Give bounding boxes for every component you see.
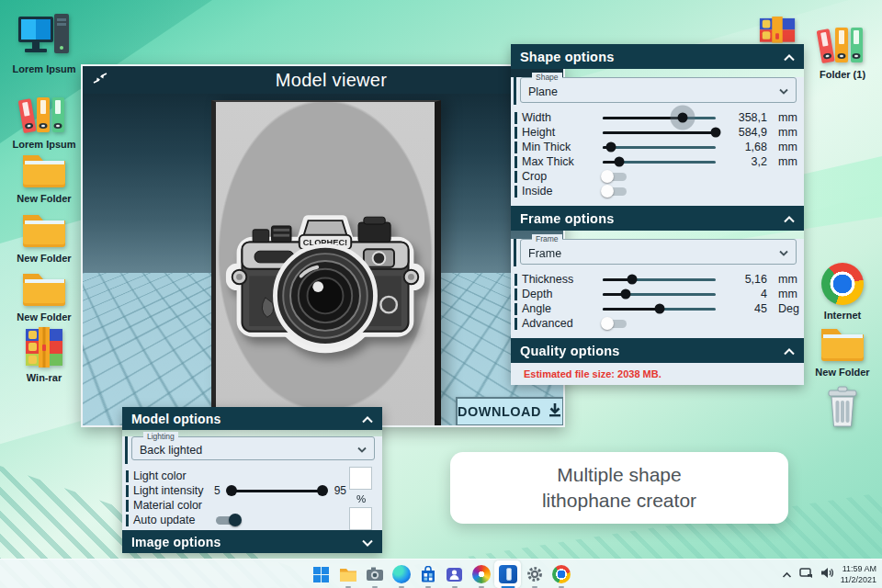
tray-chevron-up-icon[interactable] xyxy=(782,566,792,582)
taskbar-photos-app[interactable] xyxy=(468,560,494,588)
slider-row-depth: Depth 4mm xyxy=(511,287,804,301)
taskbar-chrome[interactable] xyxy=(548,560,574,588)
clock-time: 11:59 AM xyxy=(841,563,876,574)
binders-icon xyxy=(816,22,869,68)
desktop-icon-label: New Folder xyxy=(8,311,80,323)
caption-card: Multiple shape lithophane creator xyxy=(450,452,788,524)
frame-options-header[interactable]: Frame options xyxy=(511,206,804,231)
camera-lithophane-image: CLOPHEC! xyxy=(220,190,431,364)
advanced-toggle[interactable] xyxy=(603,320,627,328)
download-button[interactable]: DOWNLOAD xyxy=(456,397,563,425)
chevron-up-icon xyxy=(784,344,795,358)
chevron-down-icon xyxy=(362,535,373,549)
chevron-down-icon xyxy=(357,440,367,457)
width-slider[interactable] xyxy=(603,117,716,119)
clock-date: 11/2/2021 xyxy=(841,574,876,585)
taskbar-file-explorer[interactable] xyxy=(334,560,361,588)
chrome-icon xyxy=(821,263,864,305)
light-color-row: Light color xyxy=(122,469,382,483)
desktop-icon-new-folder-2[interactable]: New Folder xyxy=(8,209,80,265)
caption-line-2: lithophane creator xyxy=(542,488,696,514)
desktop-icon-label: Lorem Ipsum xyxy=(8,139,80,151)
desktop-icon-winrar[interactable]: Win-rar xyxy=(8,327,80,384)
desktop-icon-label: Lorem Ipsum xyxy=(8,63,80,75)
taskbar-edge-browser[interactable] xyxy=(388,560,414,588)
folder-icon xyxy=(20,209,68,252)
desktop-icon-internet[interactable]: Internet xyxy=(807,263,878,322)
slider-row-max-thick: Max Thick 3,2mm xyxy=(511,154,804,169)
taskbar: 11:59 AM 11/2/2021 xyxy=(0,559,882,588)
chevron-down-icon xyxy=(779,82,788,98)
taskbar-microsoft-store[interactable] xyxy=(414,560,441,588)
frame-select[interactable]: Frame Frame xyxy=(520,239,797,265)
viewer-title: Model viewer xyxy=(108,70,554,91)
slider-row-min-thick: Min Thick 1,68mm xyxy=(511,140,804,154)
desktop-icon-label: New Folder xyxy=(8,253,80,265)
lithophane-plane: CLOPHEC! xyxy=(211,100,441,425)
estimated-file-size: Estimated file size: 2038 MB. xyxy=(511,363,804,379)
quality-options-panel: Estimated file size: 2038 MB. xyxy=(511,363,804,385)
taskbar-lithophane-app-active[interactable] xyxy=(494,560,521,588)
tray-volume-icon[interactable] xyxy=(820,566,833,582)
chevron-up-icon xyxy=(362,412,373,426)
light-intensity-slider[interactable] xyxy=(228,490,327,492)
taskbar-camera-app[interactable] xyxy=(361,560,388,588)
inside-toggle[interactable] xyxy=(603,187,627,196)
desktop-icon-recycle-bin[interactable] xyxy=(807,386,878,432)
tray-display-icon[interactable] xyxy=(799,566,813,582)
toggle-row-inside: Inside xyxy=(511,184,804,198)
desktop-icon-new-folder-1[interactable]: New Folder xyxy=(8,150,80,205)
folder-icon xyxy=(20,150,68,192)
angle-slider[interactable] xyxy=(603,308,716,311)
model-options-window: Model options Lighting Back lighted Ligh… xyxy=(122,407,382,553)
binders-icon xyxy=(17,92,71,138)
desktop-icon-computer[interactable]: Lorem Ipsum xyxy=(8,11,80,75)
taskbar-settings[interactable] xyxy=(521,560,548,588)
material-color-swatch[interactable] xyxy=(349,507,372,530)
desktop-icon-new-folder-right[interactable]: New Folder xyxy=(807,323,878,379)
folder-icon xyxy=(819,323,866,366)
thickness-slider[interactable] xyxy=(603,278,716,281)
taskbar-windows-start-button[interactable] xyxy=(308,560,334,588)
desktop-icon-label: Folder (1) xyxy=(807,69,878,81)
shape-options-header[interactable]: Shape options xyxy=(511,44,804,69)
desktop-icon-binders[interactable]: Lorem Ipsum xyxy=(8,92,80,151)
shape-select[interactable]: Shape Plane xyxy=(520,77,797,103)
height-slider[interactable] xyxy=(603,131,716,134)
max-thick-slider[interactable] xyxy=(603,161,716,164)
image-options-header[interactable]: Image options xyxy=(122,530,382,553)
slider-row-width: Width 358,1mm xyxy=(511,110,804,125)
light-intensity-row: Light intensity 5 95 xyxy=(122,483,382,498)
viewer-titlebar: Model viewer xyxy=(83,66,563,94)
desktop-icon-folder1-binders[interactable]: Folder (1) xyxy=(807,22,878,81)
model-options-header[interactable]: Model options xyxy=(122,407,382,430)
slider-row-angle: Angle 45Deg xyxy=(511,301,804,316)
collapse-icon[interactable] xyxy=(92,71,108,89)
min-thick-slider[interactable] xyxy=(603,146,716,149)
chevron-down-icon xyxy=(779,243,788,260)
depth-slider[interactable] xyxy=(603,293,716,296)
toggle-row-crop: Crop xyxy=(511,169,804,184)
quality-options-header[interactable]: Quality options xyxy=(511,338,804,363)
viewer-3d-area[interactable]: CLOPHEC! xyxy=(83,94,563,425)
desktop-icon-new-folder-3[interactable]: New Folder xyxy=(8,268,80,323)
auto-update-row: Auto update xyxy=(122,513,382,527)
chevron-up-icon xyxy=(784,50,795,64)
desktop-icon-label: New Folder xyxy=(807,367,878,379)
desktop-icon-label: Win-rar xyxy=(8,372,80,384)
download-icon xyxy=(548,402,562,421)
desktop-icon-label: Internet xyxy=(807,310,878,322)
slider-row-height: Height 584,9mm xyxy=(511,125,804,140)
taskbar-teams[interactable] xyxy=(441,560,468,588)
intensity-unit: % xyxy=(349,492,373,507)
crop-toggle[interactable] xyxy=(603,173,627,181)
toggle-row-advanced: Advanced xyxy=(511,316,804,331)
lighting-select[interactable]: Lighting Back lighted xyxy=(131,436,375,460)
light-color-swatch[interactable] xyxy=(349,467,372,490)
winrar-icon xyxy=(23,327,65,371)
frame-options-panel: Frame Frame Thickness 5,16mm Depth 4mm A… xyxy=(511,239,804,338)
desktop: Lorem Ipsum Lorem Ipsum New Folder xyxy=(0,0,882,588)
chevron-up-icon xyxy=(784,211,795,226)
auto-update-toggle[interactable] xyxy=(216,516,240,525)
taskbar-clock[interactable]: 11:59 AM 11/2/2021 xyxy=(841,563,876,585)
